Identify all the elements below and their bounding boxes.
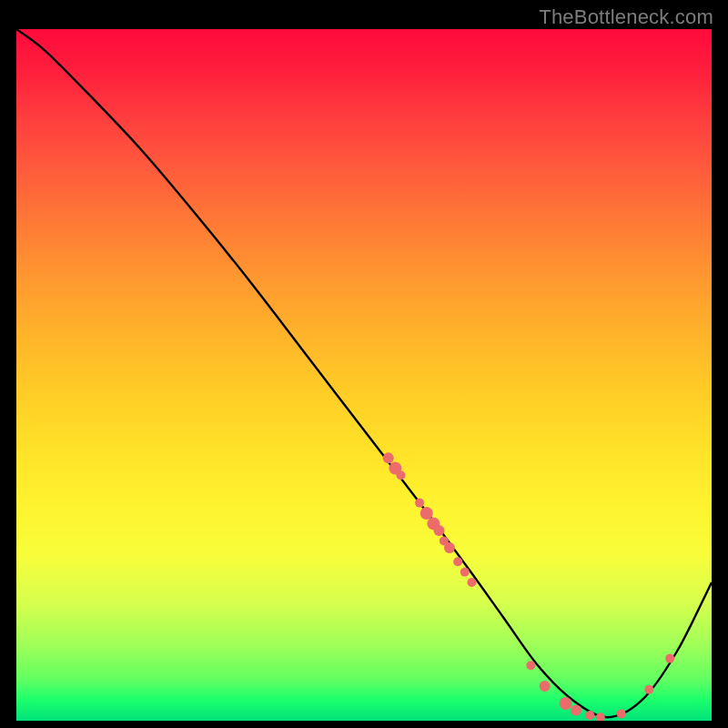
marker-group bbox=[383, 452, 674, 721]
data-marker bbox=[560, 697, 572, 710]
data-marker bbox=[420, 507, 433, 520]
chart-svg bbox=[16, 29, 712, 721]
bottleneck-curve bbox=[16, 29, 712, 717]
data-marker bbox=[415, 499, 424, 508]
data-marker bbox=[396, 470, 405, 480]
data-marker bbox=[434, 525, 445, 536]
data-marker bbox=[453, 557, 462, 566]
data-marker bbox=[467, 578, 476, 587]
data-marker bbox=[571, 705, 581, 716]
data-marker bbox=[383, 452, 394, 463]
data-marker bbox=[596, 713, 605, 721]
data-marker bbox=[540, 681, 551, 692]
watermark-text: TheBottleneck.com bbox=[539, 5, 713, 29]
data-marker bbox=[460, 568, 470, 577]
data-marker bbox=[644, 685, 653, 694]
data-marker bbox=[665, 654, 674, 663]
data-marker bbox=[444, 542, 455, 553]
data-marker bbox=[585, 711, 594, 720]
data-marker bbox=[526, 661, 535, 670]
data-marker bbox=[617, 709, 626, 718]
chart-frame bbox=[16, 29, 712, 721]
